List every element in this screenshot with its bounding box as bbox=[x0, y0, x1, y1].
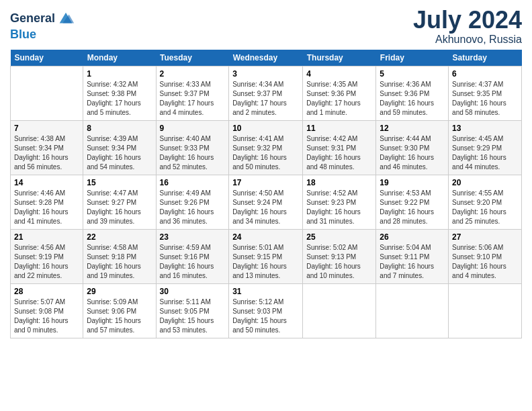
month-title: July 2024 bbox=[413, 7, 522, 34]
title-block: July 2024 Akhunovo, Russia bbox=[413, 7, 522, 46]
day-number: 7 bbox=[14, 124, 79, 133]
day-info: Sunrise: 4:44 AMSunset: 9:30 PMDaylight:… bbox=[380, 134, 445, 172]
day-number: 13 bbox=[452, 124, 518, 133]
calendar-day-cell: 12Sunrise: 4:44 AMSunset: 9:30 PMDayligh… bbox=[376, 120, 449, 175]
day-number: 10 bbox=[232, 124, 299, 133]
calendar-day-cell: 27Sunrise: 5:06 AMSunset: 9:10 PMDayligh… bbox=[449, 229, 522, 283]
calendar-day-cell: 15Sunrise: 4:47 AMSunset: 9:27 PMDayligh… bbox=[83, 175, 156, 229]
calendar-day-cell: 21Sunrise: 4:56 AMSunset: 9:19 PMDayligh… bbox=[11, 229, 83, 283]
day-info: Sunrise: 4:55 AMSunset: 9:20 PMDaylight:… bbox=[452, 189, 518, 226]
calendar-day-cell: 9Sunrise: 4:40 AMSunset: 9:33 PMDaylight… bbox=[156, 120, 229, 175]
calendar-day-cell: 18Sunrise: 4:52 AMSunset: 9:23 PMDayligh… bbox=[303, 175, 376, 229]
calendar-week-row: 1Sunrise: 4:32 AMSunset: 9:38 PMDaylight… bbox=[11, 66, 522, 120]
day-info: Sunrise: 4:49 AMSunset: 9:26 PMDaylight:… bbox=[160, 189, 226, 226]
calendar-week-row: 14Sunrise: 4:46 AMSunset: 9:28 PMDayligh… bbox=[11, 175, 522, 229]
day-number: 22 bbox=[87, 232, 152, 242]
calendar-day-cell: 10Sunrise: 4:41 AMSunset: 9:32 PMDayligh… bbox=[229, 120, 303, 175]
day-info: Sunrise: 4:33 AMSunset: 9:37 PMDaylight:… bbox=[160, 80, 226, 118]
calendar-day-cell: 1Sunrise: 4:32 AMSunset: 9:38 PMDaylight… bbox=[83, 66, 156, 120]
day-number: 15 bbox=[87, 178, 152, 187]
day-info: Sunrise: 5:01 AMSunset: 9:15 PMDaylight:… bbox=[232, 243, 299, 281]
day-number: 17 bbox=[232, 178, 299, 187]
day-info: Sunrise: 4:34 AMSunset: 9:37 PMDaylight:… bbox=[232, 80, 299, 118]
logo-icon bbox=[56, 9, 75, 28]
calendar-day-cell bbox=[376, 283, 449, 338]
day-info: Sunrise: 4:36 AMSunset: 9:36 PMDaylight:… bbox=[380, 80, 445, 118]
day-info: Sunrise: 5:02 AMSunset: 9:13 PMDaylight:… bbox=[306, 243, 372, 281]
calendar-day-cell: 25Sunrise: 5:02 AMSunset: 9:13 PMDayligh… bbox=[303, 229, 376, 283]
calendar-day-cell: 7Sunrise: 4:38 AMSunset: 9:34 PMDaylight… bbox=[11, 120, 83, 175]
day-number: 2 bbox=[160, 69, 226, 79]
day-number: 24 bbox=[232, 232, 299, 242]
calendar-day-cell bbox=[449, 283, 522, 338]
day-number: 9 bbox=[160, 124, 226, 133]
day-info: Sunrise: 5:12 AMSunset: 9:03 PMDaylight:… bbox=[232, 298, 299, 335]
logo: General Blue bbox=[10, 9, 75, 42]
logo-text-blue: Blue bbox=[10, 28, 36, 41]
calendar-day-cell: 28Sunrise: 5:07 AMSunset: 9:08 PMDayligh… bbox=[11, 283, 83, 338]
day-number: 26 bbox=[380, 232, 445, 242]
day-info: Sunrise: 5:04 AMSunset: 9:11 PMDaylight:… bbox=[380, 243, 445, 281]
calendar-day-cell: 5Sunrise: 4:36 AMSunset: 9:36 PMDaylight… bbox=[376, 66, 449, 120]
calendar-week-row: 7Sunrise: 4:38 AMSunset: 9:34 PMDaylight… bbox=[11, 120, 522, 175]
calendar-day-cell bbox=[11, 66, 83, 120]
calendar-day-cell: 17Sunrise: 4:50 AMSunset: 9:24 PMDayligh… bbox=[229, 175, 303, 229]
calendar-day-cell: 22Sunrise: 4:58 AMSunset: 9:18 PMDayligh… bbox=[83, 229, 156, 283]
calendar-day-cell: 31Sunrise: 5:12 AMSunset: 9:03 PMDayligh… bbox=[229, 283, 303, 338]
calendar-day-cell: 11Sunrise: 4:42 AMSunset: 9:31 PMDayligh… bbox=[303, 120, 376, 175]
calendar-day-cell: 3Sunrise: 4:34 AMSunset: 9:37 PMDaylight… bbox=[229, 66, 303, 120]
day-info: Sunrise: 5:07 AMSunset: 9:08 PMDaylight:… bbox=[14, 298, 79, 335]
calendar-day-cell: 16Sunrise: 4:49 AMSunset: 9:26 PMDayligh… bbox=[156, 175, 229, 229]
day-number: 21 bbox=[14, 232, 79, 242]
col-sunday: Sunday bbox=[11, 50, 83, 66]
day-number: 14 bbox=[14, 178, 79, 187]
col-saturday: Saturday bbox=[449, 50, 522, 66]
day-info: Sunrise: 4:59 AMSunset: 9:16 PMDaylight:… bbox=[160, 243, 226, 281]
day-number: 27 bbox=[452, 232, 518, 242]
day-number: 31 bbox=[232, 287, 299, 296]
location-title: Akhunovo, Russia bbox=[413, 34, 522, 46]
day-number: 29 bbox=[87, 287, 152, 296]
calendar-day-cell: 13Sunrise: 4:45 AMSunset: 9:29 PMDayligh… bbox=[449, 120, 522, 175]
calendar-day-cell bbox=[303, 283, 376, 338]
day-number: 8 bbox=[87, 124, 152, 133]
day-info: Sunrise: 4:50 AMSunset: 9:24 PMDaylight:… bbox=[232, 189, 299, 226]
col-monday: Monday bbox=[83, 50, 156, 66]
calendar-day-cell: 26Sunrise: 5:04 AMSunset: 9:11 PMDayligh… bbox=[376, 229, 449, 283]
day-number: 12 bbox=[380, 124, 445, 133]
day-number: 16 bbox=[160, 178, 226, 187]
day-info: Sunrise: 4:47 AMSunset: 9:27 PMDaylight:… bbox=[87, 189, 152, 226]
day-number: 6 bbox=[452, 69, 518, 79]
day-number: 20 bbox=[452, 178, 518, 187]
page-container: General Blue July 2024 Akhunovo, Russia … bbox=[0, 0, 532, 345]
day-number: 30 bbox=[160, 287, 226, 296]
calendar-table: Sunday Monday Tuesday Wednesday Thursday… bbox=[10, 50, 522, 338]
calendar-day-cell: 20Sunrise: 4:55 AMSunset: 9:20 PMDayligh… bbox=[449, 175, 522, 229]
calendar-day-cell: 29Sunrise: 5:09 AMSunset: 9:06 PMDayligh… bbox=[83, 283, 156, 338]
day-info: Sunrise: 4:41 AMSunset: 9:32 PMDaylight:… bbox=[232, 134, 299, 172]
day-number: 5 bbox=[380, 69, 445, 79]
day-info: Sunrise: 5:09 AMSunset: 9:06 PMDaylight:… bbox=[87, 298, 152, 335]
day-info: Sunrise: 4:56 AMSunset: 9:19 PMDaylight:… bbox=[14, 243, 79, 281]
day-info: Sunrise: 4:46 AMSunset: 9:28 PMDaylight:… bbox=[14, 189, 79, 226]
day-info: Sunrise: 5:11 AMSunset: 9:05 PMDaylight:… bbox=[160, 298, 226, 335]
day-number: 19 bbox=[380, 178, 445, 187]
calendar-day-cell: 2Sunrise: 4:33 AMSunset: 9:37 PMDaylight… bbox=[156, 66, 229, 120]
calendar-day-cell: 23Sunrise: 4:59 AMSunset: 9:16 PMDayligh… bbox=[156, 229, 229, 283]
col-wednesday: Wednesday bbox=[229, 50, 303, 66]
day-number: 18 bbox=[306, 178, 372, 187]
day-number: 3 bbox=[232, 69, 299, 79]
calendar-week-row: 28Sunrise: 5:07 AMSunset: 9:08 PMDayligh… bbox=[11, 283, 522, 338]
header: General Blue July 2024 Akhunovo, Russia bbox=[10, 7, 522, 46]
day-info: Sunrise: 4:37 AMSunset: 9:35 PMDaylight:… bbox=[452, 80, 518, 118]
day-info: Sunrise: 4:45 AMSunset: 9:29 PMDaylight:… bbox=[452, 134, 518, 172]
day-number: 1 bbox=[87, 69, 152, 79]
col-tuesday: Tuesday bbox=[156, 50, 229, 66]
col-thursday: Thursday bbox=[303, 50, 376, 66]
calendar-day-cell: 19Sunrise: 4:53 AMSunset: 9:22 PMDayligh… bbox=[376, 175, 449, 229]
day-number: 25 bbox=[306, 232, 372, 242]
day-info: Sunrise: 4:42 AMSunset: 9:31 PMDaylight:… bbox=[306, 134, 372, 172]
day-info: Sunrise: 4:53 AMSunset: 9:22 PMDaylight:… bbox=[380, 189, 445, 226]
day-info: Sunrise: 5:06 AMSunset: 9:10 PMDaylight:… bbox=[452, 243, 518, 281]
calendar-header-row: Sunday Monday Tuesday Wednesday Thursday… bbox=[11, 50, 522, 66]
